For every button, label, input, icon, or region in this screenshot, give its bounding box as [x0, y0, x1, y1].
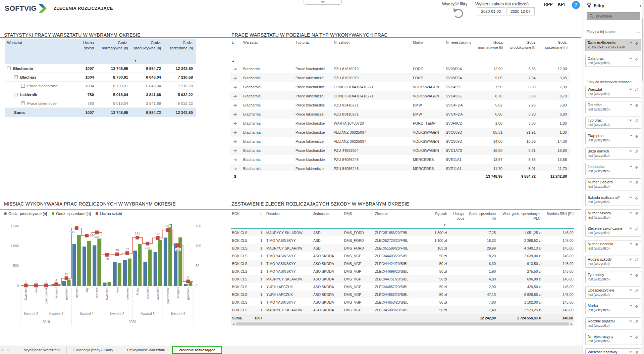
- tabs-next-icon[interactable]: ›: [5, 346, 11, 354]
- table-row[interactable]: ➜BlacharniaPrace blacharskieCONCORDIA 83…: [230, 82, 570, 91]
- eraser-icon[interactable]: [635, 226, 639, 230]
- table-row[interactable]: ➜BlacharniaPrace blacharskiePZU 84056245…: [230, 155, 570, 164]
- bar-produktywne[interactable]: [113, 262, 117, 286]
- chevron-down-icon[interactable]: [629, 350, 633, 354]
- table-row[interactable]: BOK CLS1MAURYCY SKLAROWASO SKODADMS_VGPZ…: [231, 306, 574, 314]
- filter-card-baza-danych[interactable]: Baza danychjest (wszystko): [585, 147, 641, 160]
- works-column-header[interactable]: Godz. normatywne [h]: [475, 38, 506, 64]
- scroll-left-icon[interactable]: ◄: [231, 322, 236, 326]
- table-row[interactable]: ➜BlacharniaPrace lakierniczePZU 84056245…: [230, 164, 570, 171]
- eraser-icon[interactable]: [635, 304, 639, 308]
- line-marker[interactable]: [24, 283, 28, 287]
- filter-card-rocznik-pojazdu[interactable]: Rocznik pojazdujest (wszystko): [585, 317, 641, 329]
- line-marker[interactable]: [85, 234, 89, 237]
- drill-arrow-icon[interactable]: ➜: [230, 75, 242, 81]
- month-combo-chart[interactable]: 1 5001501 0001005005000Kwartał 2Kwartał …: [0, 215, 230, 329]
- chevron-down-icon[interactable]: [629, 242, 633, 246]
- eraser-icon[interactable]: [635, 103, 639, 107]
- date-from-input[interactable]: 2020-01-02: [477, 7, 505, 15]
- filter-card-data-prac[interactable]: Data pracjest (wszystko): [585, 55, 641, 67]
- line-marker[interactable]: [176, 243, 180, 247]
- drill-arrow-icon[interactable]: ➜: [230, 66, 242, 72]
- bar-sprzedane[interactable]: [118, 263, 121, 286]
- eraser-icon[interactable]: [635, 288, 639, 292]
- bar-produktywne[interactable]: [72, 244, 76, 286]
- expand-icon[interactable]: +: [21, 84, 25, 88]
- line-marker[interactable]: [156, 236, 160, 240]
- table-row[interactable]: BOK CLS1TIMO YASINSKYYASO SKODADMS_VGPZL…: [231, 298, 574, 306]
- bar-sprzedane[interactable]: [158, 240, 162, 286]
- collapse-icon[interactable]: −: [14, 93, 18, 96]
- kpi-link[interactable]: KPI: [558, 2, 565, 7]
- chevron-down-icon[interactable]: [629, 319, 633, 323]
- eraser-icon[interactable]: [635, 149, 639, 153]
- table-row[interactable]: BOK CLS1YURII ŁAPCZUKASO SKODADMS_VGPZLE…: [231, 291, 574, 298]
- bar-sprzedane[interactable]: [168, 224, 172, 286]
- drill-arrow-icon[interactable]: ➜: [230, 102, 242, 108]
- orders-column-header[interactable]: BOK: [231, 210, 253, 228]
- scrollbar-thumb[interactable]: [236, 322, 569, 325]
- tab-efektywność-warsztatu[interactable]: Efektywność Warsztatu: [120, 346, 172, 354]
- bar-produktywne[interactable]: [123, 260, 127, 286]
- tabs-prev-icon[interactable]: ‹: [0, 346, 5, 354]
- filter-card-numer-zlecenia[interactable]: Numer zleceniajest (wszystko): [585, 240, 641, 252]
- line-marker[interactable]: [65, 276, 68, 280]
- drill-arrow-icon[interactable]: ➜: [230, 166, 242, 171]
- filter-card-jednostka[interactable]: Jednostkajest (wszystko): [585, 163, 641, 175]
- table-row[interactable]: ➜BlacharniaPrace lakierniczeCONCORDIA 83…: [230, 91, 570, 100]
- orders-horizontal-scrollbar[interactable]: ◄ ►: [231, 322, 574, 326]
- filter-card-rodzaj-szkody[interactable]: Rodzaj szkodyjest (wszystko): [585, 256, 641, 268]
- orders-column-header[interactable]: Wart. godz. sprzedanych [PLN]: [498, 210, 544, 228]
- bar-sprzedane[interactable]: [138, 244, 142, 286]
- drill-arrow-icon[interactable]: ➜: [230, 84, 242, 90]
- filter-card-szkoda-rozliczona-[interactable]: Szkoda rozliczona?jest (wszystko): [585, 194, 641, 206]
- eraser-icon[interactable]: [635, 165, 639, 169]
- eraser-icon[interactable]: [635, 180, 639, 184]
- orders-column-header[interactable]: Średnia RBH [PLN]: [544, 210, 574, 228]
- eraser-icon[interactable]: [635, 319, 639, 323]
- chevron-down-icon[interactable]: [629, 134, 633, 137]
- more-options-icon[interactable]: …: [637, 30, 641, 34]
- table-row[interactable]: BOK CLS1MAURYCY SKLAROWASDDMS_FORDZLEC/5…: [231, 229, 574, 236]
- orders-column-header[interactable]: L: [253, 210, 265, 228]
- chevron-down-icon[interactable]: [629, 165, 633, 168]
- table-row[interactable]: BOK CLS1TIMO YASINSKYYASO SKODADMS_VGPZL…: [231, 252, 574, 260]
- orders-column-header[interactable]: Jednostka: [312, 210, 343, 228]
- eraser-icon[interactable]: [635, 273, 639, 277]
- table-row[interactable]: −Blacharz10048 730,916 043,047 210,58: [5, 73, 196, 82]
- bar-produktywne[interactable]: [143, 262, 147, 286]
- tab-ewidencja-pracy-kadry[interactable]: Ewidencja pracy - Kadry: [67, 346, 120, 354]
- works-column-header[interactable]: Typ prac: [294, 38, 332, 64]
- table-row[interactable]: ➜BlacharniaPrace blacharskieWARTA 184337…: [230, 119, 570, 128]
- matrix-column-header[interactable]: Liczba szkód: [78, 39, 97, 64]
- matrix-column-header[interactable]: Godz. produktywne [h]▼: [131, 39, 164, 64]
- chevron-down-icon[interactable]: [629, 195, 633, 199]
- chevron-down-icon[interactable]: [629, 273, 633, 276]
- eraser-icon[interactable]: [635, 134, 639, 138]
- expand-icon[interactable]: +: [21, 101, 25, 105]
- bar-sprzedane[interactable]: [108, 282, 111, 286]
- table-row[interactable]: ➜BlacharniaPrace lakierniczePZU 81936979…: [230, 73, 570, 82]
- eraser-icon[interactable]: [635, 56, 639, 60]
- filter-card-etap-prac[interactable]: Etap pracjest (wszystko): [585, 132, 641, 144]
- eraser-icon[interactable]: [635, 87, 639, 91]
- orders-column-header[interactable]: Doradca: [265, 210, 312, 228]
- chevron-down-icon[interactable]: [629, 87, 633, 91]
- table-row[interactable]: ➜BlacharniaPrace blacharskiePZU 44593804…: [230, 146, 570, 155]
- collapse-panel-icon[interactable]: ›: [640, 3, 641, 8]
- table-row[interactable]: ➜BlacharniaPrace lakierniczeALLIANZ 3632…: [230, 137, 570, 146]
- help-button[interactable]: ?: [572, 1, 580, 9]
- bar-produktywne[interactable]: [62, 281, 66, 286]
- filter-card-typ-polisy[interactable]: Typ polisyjest (wszystko): [585, 271, 641, 283]
- table-row[interactable]: ➜BlacharniaPrace blacharskiePZU 81936979…: [230, 64, 570, 73]
- line-marker[interactable]: [34, 283, 38, 287]
- collapse-icon[interactable]: −: [14, 75, 18, 79]
- orders-column-header[interactable]: Godz. sprzedane [h]: [467, 210, 498, 228]
- table-row[interactable]: BOK CLS1TIMO YASINSKYYASDDMS_FORDZLEC/52…: [231, 236, 574, 244]
- orders-column-header[interactable]: Ryczałt▼: [428, 210, 449, 228]
- table-row[interactable]: +Prace blacharskie10048 730,916 043,047 …: [5, 82, 196, 90]
- top-panel-collapse-tab[interactable]: [304, 0, 342, 5]
- table-row[interactable]: ➜BlacharniaPrace blacharskieALLIANZ 3632…: [230, 128, 570, 137]
- orders-column-header[interactable]: Usługa obca: [449, 210, 467, 228]
- matrix-column-header[interactable]: Warsztat: [5, 39, 78, 64]
